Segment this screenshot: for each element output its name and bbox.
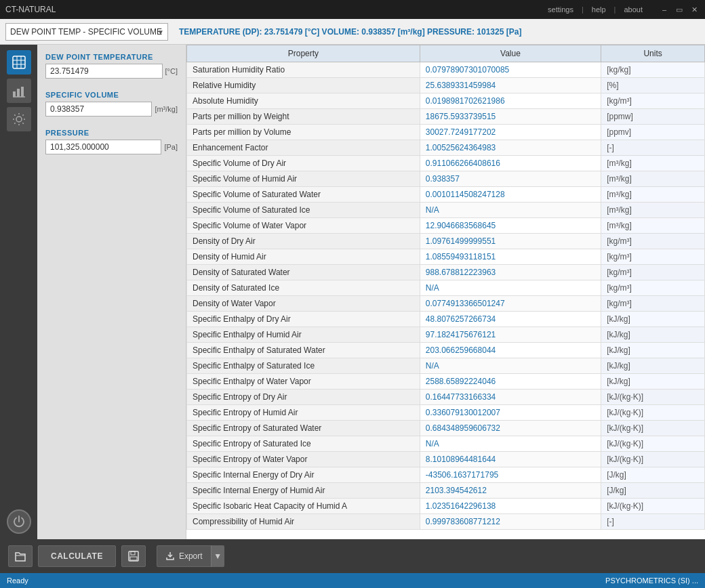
main-container: DEW POINT TEMP - SPECIFIC VOLUME ▼ TEMPE… xyxy=(0,19,705,588)
help-link[interactable]: help xyxy=(592,5,606,14)
col-units: Units xyxy=(601,45,705,62)
app-title: CT-NATURAL xyxy=(5,5,56,14)
table-row: Specific Enthalpy of Water Vapor2588.658… xyxy=(187,374,705,390)
table-row: Enhancement Factor1.00525624364983[-] xyxy=(187,140,705,156)
icon-sidebar xyxy=(0,45,37,539)
table-row: Specific Entropy of Saturated IceN/A[kJ/… xyxy=(187,436,705,452)
dew-point-unit: [°C] xyxy=(165,67,178,75)
table-row: Density of Humid Air1.08559493118151[kg/… xyxy=(187,249,705,265)
table-row: Specific Isobaric Heat Capacity of Humid… xyxy=(187,499,705,514)
specific-volume-group: SPECIFIC VOLUME [m³/kg] xyxy=(45,91,178,117)
export-group: Export ▼ xyxy=(157,545,224,567)
pressure-label: PRESSURE xyxy=(45,129,178,137)
table-row: Specific Enthalpy of Humid Air97.1824175… xyxy=(187,327,705,343)
table-row: Density of Saturated IceN/A[kg/m³] xyxy=(187,280,705,296)
sidebar-icon-settings[interactable] xyxy=(7,107,31,131)
bottom-toolbar: CALCULATE Export ▼ xyxy=(0,539,705,573)
table-row: Specific Entropy of Saturated Water0.684… xyxy=(187,421,705,436)
svg-rect-0 xyxy=(13,56,25,68)
sidebar-icon-chart[interactable] xyxy=(7,79,31,103)
table-row: Specific Volume of Humid Air0.938357[m³/… xyxy=(187,171,705,187)
table-row: Specific Internal Energy of Humid Air210… xyxy=(187,483,705,499)
content-area: DEW POINT TEMPERATURE [°C] SPECIFIC VOLU… xyxy=(0,45,705,539)
table-row: Compressibility of Humid Air0.9997836087… xyxy=(187,514,705,530)
table-row: Relative Humidity25.6389331459984[%] xyxy=(187,78,705,93)
table-row: Absolute Humidity0.0198981702621986[kg/m… xyxy=(187,93,705,109)
titlebar: CT-NATURAL settings | help | about – ▭ ✕ xyxy=(0,0,705,19)
col-value: Value xyxy=(420,45,601,62)
table-row: Specific Volume of Dry Air0.911066266408… xyxy=(187,156,705,171)
export-label: Export xyxy=(179,551,203,561)
result-display: TEMPERATURE (DP): 23.751479 [°C] VOLUME:… xyxy=(179,27,521,37)
table-row: Parts per million by Volume30027.7249177… xyxy=(187,125,705,140)
table-row: Specific Enthalpy of Saturated Water203.… xyxy=(187,343,705,358)
status-ready: Ready xyxy=(7,576,28,585)
table-row: Specific Internal Energy of Dry Air-4350… xyxy=(187,467,705,483)
power-button[interactable] xyxy=(7,509,31,534)
table-row: Density of Dry Air1.09761499999551[kg/m³… xyxy=(187,234,705,249)
dew-point-input[interactable] xyxy=(45,64,163,79)
table-scroll[interactable]: Property Value Units Saturation Humidity… xyxy=(186,45,705,539)
mode-dropdown[interactable]: DEW POINT TEMP - SPECIFIC VOLUME xyxy=(5,23,168,41)
specific-volume-input[interactable] xyxy=(45,102,152,117)
specific-volume-input-row: [m³/kg] xyxy=(45,102,178,117)
table-row: Parts per million by Weight18675.5933739… xyxy=(187,109,705,125)
table-row: Specific Enthalpy of Saturated IceN/A[kJ… xyxy=(187,358,705,374)
save-button[interactable] xyxy=(121,545,146,567)
export-dropdown-button[interactable]: ▼ xyxy=(211,545,224,567)
table-row: Specific Entropy of Water Vapor8.1010896… xyxy=(187,452,705,467)
table-row: Specific Volume of Saturated Water0.0010… xyxy=(187,187,705,203)
sidebar-icon-psychro[interactable] xyxy=(7,50,31,75)
svg-rect-5 xyxy=(13,91,16,97)
maximize-button[interactable]: ▭ xyxy=(674,4,685,15)
dew-point-input-row: [°C] xyxy=(45,64,178,79)
calculate-button[interactable]: CALCULATE xyxy=(38,545,116,567)
svg-rect-6 xyxy=(17,89,20,97)
svg-rect-11 xyxy=(130,557,137,560)
table-row: Density of Water Vapor0.0774913366501247… xyxy=(187,296,705,312)
table-row: Saturation Humidity Ratio0.0797890730107… xyxy=(187,62,705,78)
status-bar: Ready PSYCHROMETRICS (SI) ... xyxy=(0,573,705,588)
pressure-group: PRESSURE [Pa] xyxy=(45,129,178,154)
table-row: Density of Saturated Water988.6788122239… xyxy=(187,265,705,280)
table-row: Specific Enthalpy of Dry Air48.807625726… xyxy=(187,312,705,327)
close-button[interactable]: ✕ xyxy=(689,4,700,15)
dew-point-label: DEW POINT TEMPERATURE xyxy=(45,53,178,61)
pressure-input-row: [Pa] xyxy=(45,140,178,154)
open-folder-button[interactable] xyxy=(8,545,33,567)
specific-volume-label: SPECIFIC VOLUME xyxy=(45,91,178,99)
table-row: Specific Volume of Water Vapor12.9046683… xyxy=(187,218,705,234)
settings-link[interactable]: settings xyxy=(548,5,573,14)
minimize-button[interactable]: – xyxy=(659,4,670,15)
status-mode: PSYCHROMETRICS (SI) ... xyxy=(605,576,698,585)
export-button[interactable]: Export xyxy=(157,545,212,567)
specific-volume-unit: [m³/kg] xyxy=(155,105,178,113)
left-panel: DEW POINT TEMPERATURE [°C] SPECIFIC VOLU… xyxy=(37,45,186,539)
window-controls: settings | help | about – ▭ ✕ xyxy=(548,4,700,15)
pressure-unit: [Pa] xyxy=(164,143,178,151)
table-area: Property Value Units Saturation Humidity… xyxy=(186,45,705,539)
table-row: Specific Entropy of Humid Air0.336079130… xyxy=(187,405,705,421)
top-bar: DEW POINT TEMP - SPECIFIC VOLUME ▼ TEMPE… xyxy=(0,19,705,45)
mode-dropdown-wrapper: DEW POINT TEMP - SPECIFIC VOLUME ▼ xyxy=(5,23,168,41)
col-property: Property xyxy=(187,45,420,62)
table-row: Specific Entropy of Dry Air0.16447733166… xyxy=(187,390,705,405)
about-link[interactable]: about xyxy=(624,5,643,14)
svg-rect-7 xyxy=(21,87,24,97)
table-body: Saturation Humidity Ratio0.0797890730107… xyxy=(187,62,705,530)
results-table: Property Value Units Saturation Humidity… xyxy=(186,45,705,530)
dew-point-group: DEW POINT TEMPERATURE [°C] xyxy=(45,53,178,79)
pressure-input[interactable] xyxy=(45,140,161,154)
table-row: Specific Volume of Saturated IceN/A[m³/k… xyxy=(187,203,705,218)
